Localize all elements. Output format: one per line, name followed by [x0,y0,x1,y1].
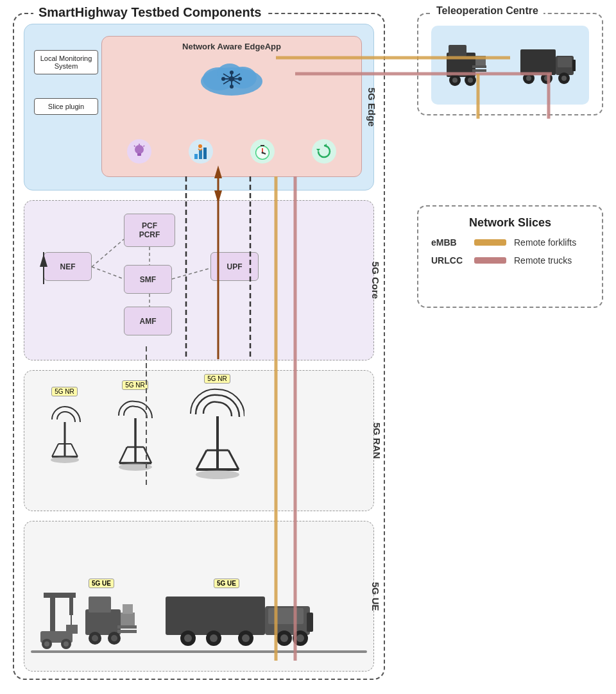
svg-point-63 [44,641,49,647]
urlcc-row: URLCC Remote trucks [431,255,589,266]
svg-rect-20 [203,148,207,159]
core-section: 5G Core PCFPCRF NEF SMF UPF AMF [24,200,374,360]
tower-1: 5G NR [47,387,82,476]
svg-point-8 [229,76,234,81]
pcf-pcrf-box: PCFPCRF [124,214,175,247]
core-label: 5G Core [370,262,381,299]
amf-box: AMF [124,307,172,335]
urlcc-desc: Remote trucks [514,255,572,266]
tower-3: 5G NR [190,374,244,492]
svg-rect-18 [194,154,198,159]
teleop-box: Teleoperation Centre [417,13,603,115]
svg-rect-67 [117,630,137,633]
chart-icon [189,139,213,164]
svg-rect-19 [199,150,202,159]
ran-section: 5G RAN 5G NR 5G NR [24,370,374,511]
teleop-inner [431,26,589,105]
svg-rect-90 [472,65,486,68]
svg-marker-29 [324,144,327,148]
ground-line [31,650,367,653]
upf-box: UPF [210,252,259,281]
ue-label: 5G UE [370,582,381,611]
svg-point-13 [135,145,144,154]
svg-line-16 [134,146,135,147]
svg-point-10 [238,77,242,81]
main-container: SmartHighway Testbed Components 5G Edge … [13,13,385,680]
svg-point-86 [242,634,250,642]
local-monitor-box: Local Monitoring System [34,50,98,74]
cloud-icon [196,55,267,102]
large-truck: 5G UE [162,590,316,650]
svg-point-9 [221,77,225,81]
svg-point-96 [452,78,458,83]
urlcc-label: URLCC [431,255,466,266]
embb-desc: Remote forklifts [514,237,576,248]
lightbulb-icon [127,139,151,164]
svg-rect-100 [558,57,572,67]
ue-section: 5G UE 5G UE [24,521,374,672]
svg-line-52 [228,450,239,470]
svg-point-3 [217,63,243,84]
svg-rect-14 [137,153,141,156]
svg-point-105 [526,76,531,81]
ue-badge-1: 5G UE [89,579,114,588]
svg-point-88 [296,634,304,642]
svg-point-97 [468,78,473,83]
svg-rect-98 [520,49,556,75]
ran-label: 5G RAN [372,423,382,459]
nr-badge-3: 5G NR [204,374,230,384]
main-title: SmartHighway Testbed Components [33,5,266,20]
svg-rect-77 [268,608,304,624]
smf-box: SMF [124,265,172,294]
svg-point-106 [544,76,549,81]
refresh-icon [312,139,336,164]
svg-point-73 [92,635,98,641]
svg-rect-69 [121,613,135,625]
svg-rect-57 [69,593,73,615]
slices-title: Network Slices [418,216,602,230]
svg-point-11 [230,71,234,74]
svg-rect-91 [472,69,486,72]
nr-badge-1: 5G NR [51,387,78,396]
svg-point-48 [119,463,152,471]
svg-point-64 [64,641,69,647]
network-slices-box: Network Slices eMBB Remote forklifts URL… [417,205,603,308]
timer-icon [250,139,275,164]
svg-line-39 [52,444,58,457]
embb-row: eMBB Remote forklifts [431,237,589,248]
svg-point-27 [262,152,264,154]
nr-badge-2: 5G NR [122,380,148,390]
svg-point-107 [561,76,567,81]
svg-line-32 [172,268,210,279]
svg-marker-28 [316,149,320,151]
svg-point-85 [210,634,218,642]
svg-rect-70 [123,604,133,614]
svg-point-12 [230,85,234,89]
app-icons-row [108,139,355,164]
svg-line-45 [119,447,127,463]
forklift-vehicle: 5G UE [82,590,153,650]
teleop-forklift-icon [443,40,495,91]
svg-point-84 [184,634,192,642]
svg-rect-75 [166,597,265,635]
teleop-title: Teleoperation Centre [431,5,543,17]
edge-section: 5G Edge Local Monitoring System Slice pl… [24,24,374,190]
edge-app-box: Network Aware EdgeApp [101,36,362,177]
svg-point-42 [51,457,79,463]
svg-rect-66 [117,625,137,629]
edge-app-title: Network Aware EdgeApp [102,42,361,51]
svg-point-21 [198,144,202,148]
svg-line-51 [196,450,207,470]
svg-point-74 [111,635,117,641]
embb-bar [474,239,506,246]
crane-vehicle [31,589,82,650]
svg-line-33 [92,267,124,279]
svg-rect-93 [475,56,486,65]
ue-badge-2: 5G UE [214,579,239,588]
embb-label: eMBB [431,237,466,248]
svg-rect-65 [85,609,121,635]
edge-label: 5G Edge [366,88,377,127]
svg-line-30 [92,239,124,267]
svg-rect-68 [89,597,111,613]
svg-line-46 [144,447,151,463]
